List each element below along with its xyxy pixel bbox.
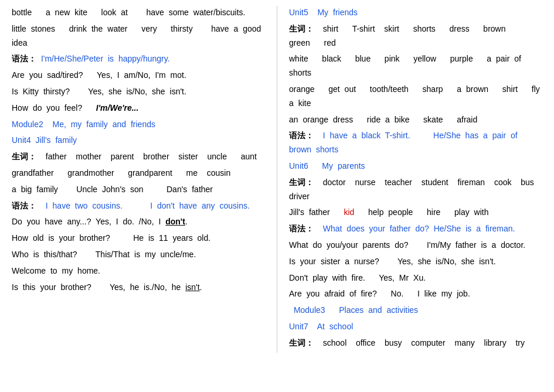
line-r11: What do you/your parents do? I'm/My fath… [289, 238, 542, 253]
line-l5: Is Kitty thirsty? Yes, she is/No, she is… [12, 85, 265, 99]
line-r3: white black blue pink yellow purple a pa… [289, 52, 542, 80]
line-r1: Unit5 My friends [289, 6, 542, 20]
line-l12: 语法： I have two cousins. I don't have any… [12, 199, 265, 213]
line-l3: 语法： I'm/He/She/Peter is happy/hungry. [12, 52, 265, 66]
line-l11: a big family Uncle John's son Dan's fath… [12, 183, 265, 197]
right-column: Unit5 My friends 生词： shirt T-shirt skirt… [277, 6, 542, 353]
line-r6: 语法： I have a black T-shirt. He/She has a… [289, 129, 542, 157]
line-r17: 生词： school office busy computer many lib… [289, 336, 542, 350]
line-l7: Module2 Me, my family and friends [12, 118, 265, 132]
line-r12: Is your sister a nurse? Yes, she is/No, … [289, 255, 542, 269]
line-r2: 生词： shirt T-shirt skirt shorts dress bro… [289, 22, 542, 50]
line-l14: How old is your brother? He is 11 years … [12, 231, 265, 246]
line-r14: Are you afraid of fire? No. I like my jo… [289, 287, 542, 301]
line-r13: Don't play with fire. Yes, Mr Xu. [289, 271, 542, 285]
line-l17: Is this your brother? Yes, he is./No, he… [12, 281, 265, 295]
line-l16: Welcome to my home. [12, 264, 265, 278]
line-r15: Module3 Places and activities [289, 304, 542, 318]
page-layout: bottle a new kite look at have some wate… [12, 6, 542, 353]
line-r9: Jill's father kid help people hire play … [289, 206, 542, 220]
line-l6: How do you feel? I'm/We're... [12, 101, 265, 115]
line-l10: grandfather grandmother grandparent me c… [12, 166, 265, 180]
line-l8: Unit4 Jill's family [12, 134, 265, 148]
line-l2: little stones drink the water very thirs… [12, 22, 265, 50]
line-r8: 生词： doctor nurse teacher student fireman… [289, 176, 542, 204]
line-l1: bottle a new kite look at have some wate… [12, 6, 265, 20]
line-l13: Do you have any...? Yes, I do. /No, I do… [12, 215, 265, 229]
line-l15: Who is this/that? This/That is my uncle/… [12, 248, 265, 262]
line-l4: Are you sad/tired? Yes, I am/No, I'm mot… [12, 69, 265, 83]
line-r4: orange get out tooth/teeth sharp a brown… [289, 83, 542, 111]
line-r7: Unit6 My parents [289, 159, 542, 173]
left-column: bottle a new kite look at have some wate… [12, 6, 265, 353]
line-r10: 语法： What does your father do? He/She is … [289, 222, 542, 236]
line-l9: 生词： father mother parent brother sister … [12, 150, 265, 164]
line-r5: an orange dress ride a bike skate afraid [289, 113, 542, 127]
line-r16: Unit7 At school [289, 320, 542, 334]
